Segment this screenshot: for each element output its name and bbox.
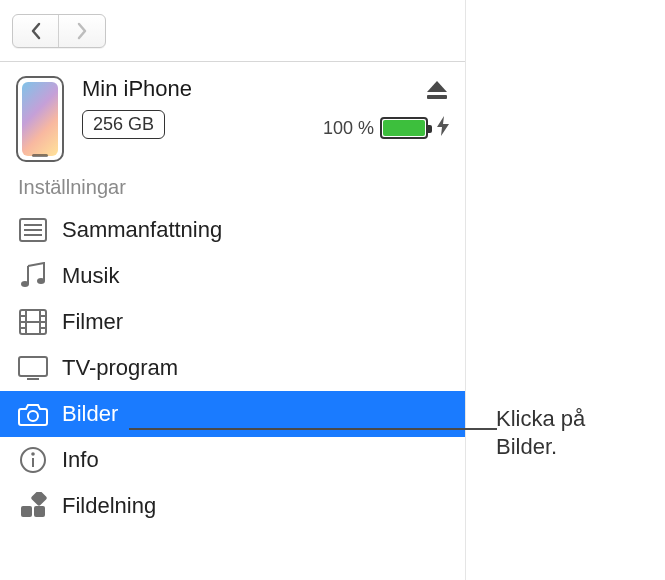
svg-point-7 — [21, 281, 29, 287]
forward-button[interactable] — [59, 15, 105, 47]
eject-button[interactable] — [425, 78, 449, 102]
sidebar-item-info[interactable]: Info — [0, 437, 465, 483]
sidebar-item-label: TV-program — [62, 355, 178, 381]
svg-rect-1 — [427, 95, 447, 99]
sidebar-item-label: Bilder — [62, 401, 118, 427]
svg-point-21 — [28, 411, 38, 421]
info-icon — [18, 445, 48, 475]
list-icon — [18, 215, 48, 245]
eject-icon — [426, 80, 448, 100]
battery-status: 100 % — [323, 116, 449, 140]
sidebar-item-label: Musik — [62, 263, 119, 289]
sidebar-item-label: Filmer — [62, 309, 123, 335]
sidebar-item-music[interactable]: Musik — [0, 253, 465, 299]
battery-icon — [380, 117, 428, 139]
device-sidebar-panel: Min iPhone 256 GB 100 % Inställningar — [0, 0, 466, 580]
music-note-icon — [18, 261, 48, 291]
section-header-settings: Inställningar — [0, 170, 465, 207]
callout-text: Klicka på Bilder. — [496, 405, 585, 460]
sidebar-item-tv[interactable]: TV-program — [0, 345, 465, 391]
sidebar-item-label: Sammanfattning — [62, 217, 222, 243]
tv-icon — [18, 353, 48, 383]
svg-point-23 — [31, 452, 35, 456]
battery-percentage: 100 % — [323, 118, 374, 139]
chevron-left-icon — [29, 22, 43, 40]
callout-line1: Klicka på — [496, 405, 585, 433]
device-name: Min iPhone — [82, 76, 323, 102]
apps-icon — [18, 491, 48, 521]
sidebar-item-movies[interactable]: Filmer — [0, 299, 465, 345]
device-capacity-badge: 256 GB — [82, 110, 165, 139]
sidebar-item-photos[interactable]: Bilder — [0, 391, 465, 437]
toolbar — [0, 0, 465, 62]
device-thumbnail — [16, 76, 64, 162]
film-icon — [18, 307, 48, 337]
settings-list: Sammanfattning Musik Filmer TV-program — [0, 207, 465, 529]
callout-leader-line — [129, 428, 497, 430]
device-header: Min iPhone 256 GB 100 % — [0, 62, 465, 170]
svg-rect-26 — [21, 506, 32, 517]
svg-marker-2 — [437, 116, 449, 136]
sidebar-item-file-sharing[interactable]: Fildelning — [0, 483, 465, 529]
nav-segmented-control — [12, 14, 106, 48]
svg-rect-19 — [19, 357, 47, 376]
back-button[interactable] — [13, 15, 59, 47]
camera-icon — [18, 399, 48, 429]
svg-rect-25 — [31, 492, 47, 506]
callout-line2: Bilder. — [496, 433, 585, 461]
sidebar-item-label: Info — [62, 447, 99, 473]
sidebar-item-summary[interactable]: Sammanfattning — [0, 207, 465, 253]
chevron-right-icon — [75, 22, 89, 40]
charging-icon — [437, 116, 449, 140]
annotation-area: Klicka på Bilder. — [466, 0, 665, 580]
svg-marker-0 — [427, 81, 447, 92]
sidebar-item-label: Fildelning — [62, 493, 156, 519]
svg-rect-27 — [34, 506, 45, 517]
svg-point-8 — [37, 278, 45, 284]
